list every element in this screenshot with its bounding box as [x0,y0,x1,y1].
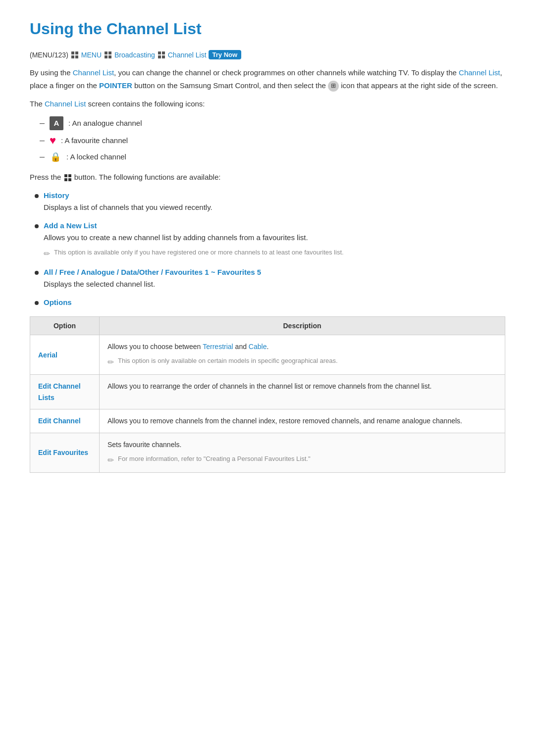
aerial-desc-text: Allows you to choose between Terrestrial… [107,343,268,351]
channel-types-desc: Displays the selected channel list. [44,278,261,290]
table-header-description: Description [100,317,505,335]
add-new-list-title[interactable]: Add a New List [44,221,344,230]
press-button-text: Press the button. The following function… [30,171,505,184]
analogue-label: : An analogue channel [68,119,142,127]
channel-list-link-1[interactable]: Channel List [73,68,114,77]
dash-icon-2: – [40,135,45,146]
add-new-list-note: ✏ This option is available only if you h… [44,248,344,260]
intro-paragraph-2: The Channel List screen contains the fol… [30,98,505,110]
option-edit-favourites[interactable]: Edit Favourites [30,433,100,472]
table-row-edit-channel: Edit Channel Allows you to remove channe… [30,409,505,433]
aerial-note-text: This option is only available on certain… [118,356,338,366]
edit-fav-note-text: For more information, refer to "Creating… [118,454,311,464]
try-now-badge[interactable]: Try Now [209,50,242,59]
table-header-option: Option [30,317,100,335]
icon-list-item-favourite: – ♥ : A favourite channel [40,135,505,146]
analogue-icon: A [50,116,63,130]
history-title[interactable]: History [44,191,213,200]
table-row-edit-channel-lists: Edit Channel Lists Allows you to rearran… [30,375,505,409]
table-row-edit-favourites: Edit Favourites Sets favourite channels.… [30,433,505,472]
bullet-dot-2 [35,224,39,228]
desc-edit-channel-lists: Allows you to rearrange the order of cha… [100,375,505,409]
lock-icon: 🔒 [50,151,61,163]
note-pencil-icon-3: ✏ [107,454,114,466]
cable-link[interactable]: Cable [249,343,267,351]
option-edit-channel-lists[interactable]: Edit Channel Lists [30,375,100,409]
channel-types-content: All / Free / Analogue / Data/Other / Fav… [44,268,261,290]
breadcrumb-channel-list[interactable]: Channel List [168,51,207,59]
dash-icon-3: – [40,151,45,162]
menu-grid-icon-1 [71,51,78,58]
breadcrumb: (MENU/123) MENU Broadcasting Channel Lis… [30,50,505,59]
note-pencil-icon-2: ✏ [107,356,114,368]
aerial-note: ✏ This option is only available on certa… [107,356,497,368]
edit-fav-desc-text: Sets favourite channels. [107,441,181,449]
option-aerial[interactable]: Aerial [30,335,100,375]
menu-grid-icon-2 [105,51,111,58]
icon-list: – A : An analogue channel – ♥ : A favour… [40,116,505,163]
table-row-aerial: Aerial Allows you to choose between Terr… [30,335,505,375]
bullet-options: Options [35,298,505,308]
desc-aerial: Allows you to choose between Terrestrial… [100,335,505,375]
dash-icon: – [40,118,45,128]
menu-number: (MENU/123) [30,51,68,59]
bullet-dot-3 [35,271,39,275]
bullet-dot-1 [35,194,39,198]
note-pencil-icon: ✏ [44,248,50,260]
functions-list: History Displays a list of channels that… [35,191,505,308]
bullet-dot-4 [35,301,39,305]
bullet-channel-types: All / Free / Analogue / Data/Other / Fav… [35,268,505,290]
intro-paragraph-1: By using the Channel List, you can chang… [30,66,505,92]
channel-types-title[interactable]: All / Free / Analogue / Data/Other / Fav… [44,268,261,276]
history-desc: Displays a list of channels that you vie… [44,202,213,213]
channel-list-link-3[interactable]: Channel List [45,100,86,108]
channel-list-link-2[interactable]: Channel List [459,68,500,77]
pointer-highlight: POINTER [99,81,132,90]
terrestrial-link[interactable]: Terrestrial [203,343,233,351]
add-new-list-note-text: This option is available only if you hav… [54,248,344,257]
desc-edit-channel: Allows you to remove channels from the c… [100,409,505,433]
add-new-list-desc: Allows you to create a new channel list … [44,232,344,244]
history-content: History Displays a list of channels that… [44,191,213,213]
button-grid-icon [64,174,71,181]
heart-icon: ♥ [50,135,56,146]
edit-fav-note: ✏ For more information, refer to "Creati… [107,454,497,466]
locked-label: : A locked channel [66,152,126,161]
desc-edit-favourites: Sets favourite channels. ✏ For more info… [100,433,505,472]
favourite-label: : A favourite channel [61,136,128,145]
breadcrumb-menu[interactable]: MENU [81,51,102,59]
options-title[interactable]: Options [44,298,72,306]
add-new-list-content: Add a New List Allows you to create a ne… [44,221,344,260]
bullet-history: History Displays a list of channels that… [35,191,505,213]
page-title: Using the Channel List [30,20,505,38]
icon-list-item-locked: – 🔒 : A locked channel [40,151,505,163]
options-content: Options [44,298,72,308]
bullet-add-new-list: Add a New List Allows you to create a ne… [35,221,505,260]
menu-grid-icon-3 [158,51,165,58]
options-table: Option Description Aerial Allows you to … [30,316,505,473]
option-edit-channel[interactable]: Edit Channel [30,409,100,433]
breadcrumb-broadcasting[interactable]: Broadcasting [114,51,155,59]
screen-icon: ⊞ [328,81,339,92]
icon-list-item-analogue: – A : An analogue channel [40,116,505,130]
